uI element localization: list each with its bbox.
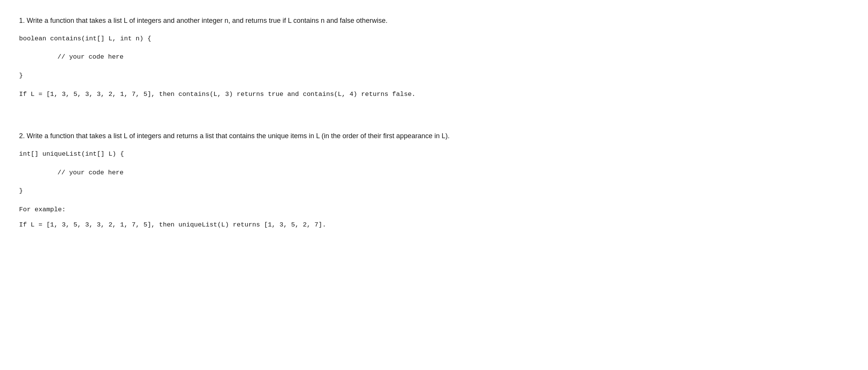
question-1-code-line2: // your code here [19, 51, 705, 63]
spacer-1 [19, 119, 705, 131]
question-1-example: If L = [1, 3, 5, 3, 3, 2, 1, 7, 5], then… [19, 89, 705, 100]
question-2-example: If L = [1, 3, 5, 3, 3, 2, 1, 7, 5], then… [19, 219, 705, 231]
question-2-code-line1: int[] uniqueList(int[] L) { [19, 148, 705, 160]
question-2-block: 2. Write a function that takes a list L … [19, 131, 705, 231]
content-area: 1. Write a function that takes a list L … [19, 15, 705, 231]
question-2-code-line3: } [19, 185, 705, 197]
question-1-code-line1: boolean contains(int[] L, int n) { [19, 33, 705, 45]
question-1-text: 1. Write a function that takes a list L … [19, 15, 705, 26]
question-2-code-line2: // your code here [19, 167, 705, 179]
question-2-for-example: For example: [19, 204, 705, 216]
question-1-code-line3: } [19, 70, 705, 82]
question-1-block: 1. Write a function that takes a list L … [19, 15, 705, 100]
question-2-text: 2. Write a function that takes a list L … [19, 131, 705, 142]
